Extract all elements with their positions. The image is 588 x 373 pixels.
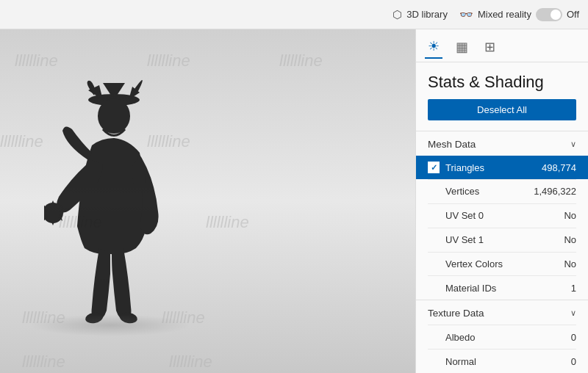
- vertices-value: 1,496,322: [534, 186, 576, 197]
- main-area: lllllline lllllline lllllline lllllline …: [0, 29, 588, 373]
- triangles-label: Triangles: [445, 162, 542, 173]
- mixed-reality-toggle[interactable]: 👓 Mixed reality Off: [459, 8, 579, 21]
- watermark: lllllline: [147, 51, 190, 70]
- 3d-figure: [44, 79, 191, 329]
- toggle-switch[interactable]: Off: [536, 8, 579, 21]
- watermark: lllllline: [22, 352, 65, 372]
- panel-tabs: ☀ ▦ ⊞: [416, 29, 588, 62]
- normal-label: Normal: [428, 356, 571, 367]
- mixed-reality-label: Mixed reality: [478, 9, 531, 20]
- uvset0-label: UV Set 0: [428, 210, 564, 221]
- triangles-row[interactable]: Triangles 498,774: [416, 156, 588, 179]
- watermark: lllllline: [15, 51, 58, 70]
- material-ids-label: Material IDs: [428, 283, 571, 294]
- vertices-row[interactable]: Vertices 1,496,322: [416, 180, 588, 203]
- normal-row[interactable]: Normal 0: [416, 350, 588, 373]
- triangles-value: 498,774: [542, 162, 576, 173]
- texture-data-chevron-icon: ∨: [570, 308, 576, 318]
- off-label: Off: [567, 9, 579, 20]
- material-ids-row[interactable]: Material IDs 1: [416, 276, 588, 300]
- 3d-viewport[interactable]: lllllline lllllline lllllline lllllline …: [0, 29, 415, 373]
- uvset0-row[interactable]: UV Set 0 No: [416, 204, 588, 228]
- 3d-library-button[interactable]: ⬡ 3D library: [392, 8, 448, 21]
- tab-grid-icon[interactable]: ▦: [453, 36, 471, 58]
- ground-shadow: [29, 314, 191, 336]
- texture-data-label: Texture Data: [428, 308, 484, 319]
- mixed-reality-icon: 👓: [459, 8, 473, 21]
- svg-point-4: [98, 98, 130, 134]
- panel-title: Stats & Shading: [416, 62, 588, 99]
- vertex-colors-label: Vertex Colors: [428, 258, 564, 269]
- watermark: lllllline: [279, 51, 323, 70]
- normal-value: 0: [571, 356, 576, 367]
- toggle-track[interactable]: [536, 8, 562, 21]
- topbar: ⬡ 3D library 👓 Mixed reality Off: [0, 0, 588, 29]
- watermark: lllllline: [169, 352, 212, 372]
- vertex-colors-row[interactable]: Vertex Colors No: [416, 252, 588, 275]
- watermark: lllllline: [0, 132, 43, 151]
- cube-icon: ⬡: [392, 8, 402, 21]
- vertices-label: Vertices: [428, 186, 534, 197]
- uvset1-label: UV Set 1: [428, 234, 564, 245]
- mesh-data-chevron-icon: ∨: [570, 140, 576, 149]
- albedo-value: 0: [571, 332, 576, 343]
- uvset0-value: No: [564, 210, 576, 221]
- watermark: lllllline: [206, 213, 249, 232]
- right-panel: ☀ ▦ ⊞ Stats & Shading Deselect All Mesh …: [415, 29, 588, 373]
- albedo-label: Albedo: [428, 332, 571, 343]
- vertex-colors-value: No: [564, 258, 576, 269]
- deselect-all-button[interactable]: Deselect All: [428, 99, 576, 120]
- mesh-data-section-header[interactable]: Mesh Data ∨: [416, 131, 588, 156]
- tab-table-icon[interactable]: ⊞: [481, 36, 498, 58]
- triangles-checkbox[interactable]: [428, 162, 440, 173]
- uvset1-value: No: [564, 234, 576, 245]
- albedo-row[interactable]: Albedo 0: [416, 325, 588, 349]
- texture-data-section-header[interactable]: Texture Data ∨: [416, 300, 588, 325]
- tab-sun-icon[interactable]: ☀: [425, 35, 442, 59]
- uvset1-row[interactable]: UV Set 1 No: [416, 228, 588, 252]
- library-label: 3D library: [406, 9, 448, 20]
- toggle-thumb: [551, 10, 561, 20]
- mesh-data-label: Mesh Data: [428, 139, 476, 150]
- material-ids-value: 1: [571, 283, 576, 294]
